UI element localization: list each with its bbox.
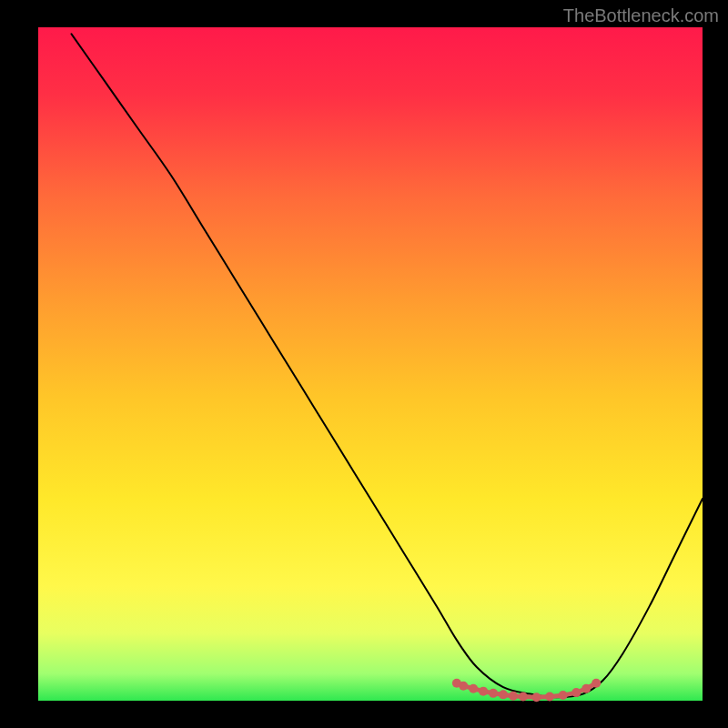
chart-container xyxy=(0,0,728,728)
attribution-text: TheBottleneck.com xyxy=(563,5,719,26)
highlight-dot xyxy=(489,689,498,698)
highlight-dot xyxy=(459,682,468,691)
highlight-dot xyxy=(479,687,488,696)
highlight-dot xyxy=(592,679,601,688)
highlight-dot xyxy=(581,684,591,693)
highlight-dot xyxy=(469,684,478,693)
highlight-dot xyxy=(499,690,508,699)
highlight-dot xyxy=(509,692,518,701)
highlight-dot xyxy=(545,693,554,702)
highlight-dot xyxy=(532,693,541,702)
highlight-dot xyxy=(571,688,581,697)
highlight-dot xyxy=(519,693,528,702)
highlight-dot xyxy=(559,691,568,700)
bottleneck-chart xyxy=(0,0,728,728)
